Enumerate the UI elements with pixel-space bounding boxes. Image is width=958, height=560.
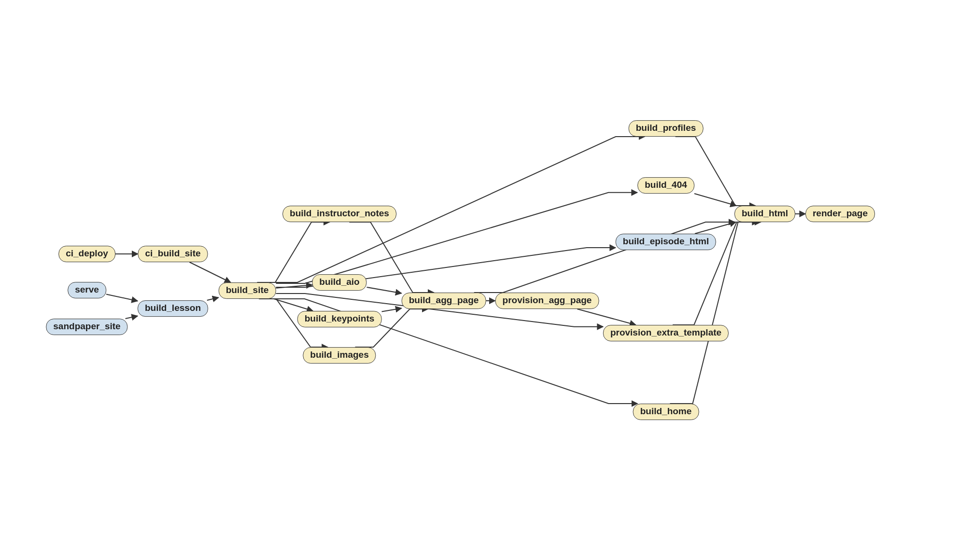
edge-build-site-to-build-instructor-notes [257, 222, 329, 282]
node-ci-deploy: ci_deploy [58, 246, 115, 262]
edge-build-keypoints-to-build-agg-page [382, 308, 402, 311]
edge-build-404-to-build-html [694, 194, 736, 206]
edge-ci-build-site-to-build-site [189, 262, 230, 282]
node-serve: serve [68, 282, 106, 298]
edge-build-agg-page-to-build-html [474, 222, 734, 293]
node-build-404: build_404 [637, 177, 694, 194]
edge-serve-to-build-lesson [106, 294, 138, 301]
node-build-images: build_images [303, 347, 376, 364]
node-provision-extra-template: provision_extra_template [603, 325, 729, 341]
node-sandpaper-site: sandpaper_site [46, 319, 127, 335]
node-build-agg-page: build_agg_page [402, 293, 486, 309]
node-build-episode-html: build_episode_html [616, 234, 716, 250]
edge-build-lesson-to-build-site [207, 297, 219, 300]
edge-build-aio-to-build-agg-page [367, 287, 402, 294]
node-build-aio: build_aio [312, 274, 366, 291]
edge-build-episode-html-to-build-html [695, 222, 736, 234]
edge-build-site-to-build-keypoints [274, 299, 313, 311]
node-build-profiles: build_profiles [629, 120, 704, 137]
node-build-instructor-notes: build_instructor_notes [282, 206, 396, 222]
node-build-html: build_html [734, 206, 795, 222]
edge-sandpaper-site-to-build-lesson [126, 316, 138, 319]
node-build-keypoints: build_keypoints [297, 311, 382, 327]
node-build-lesson: build_lesson [138, 300, 208, 317]
diagram-canvas: ci_deployservesandpaper_siteci_build_sit… [0, 0, 958, 560]
node-build-home: build_home [633, 404, 699, 420]
node-provision-agg-page: provision_agg_page [495, 293, 599, 309]
node-ci-build-site: ci_build_site [138, 246, 208, 262]
edge-build-profiles-to-build-html [676, 137, 756, 206]
node-render-page: render_page [805, 206, 875, 222]
edge-build-site-to-build-aio [276, 285, 312, 288]
edge-provision-agg-page-to-provision-extra-template [577, 309, 635, 325]
node-build-site: build_site [219, 282, 276, 299]
edges-layer [0, 0, 958, 560]
